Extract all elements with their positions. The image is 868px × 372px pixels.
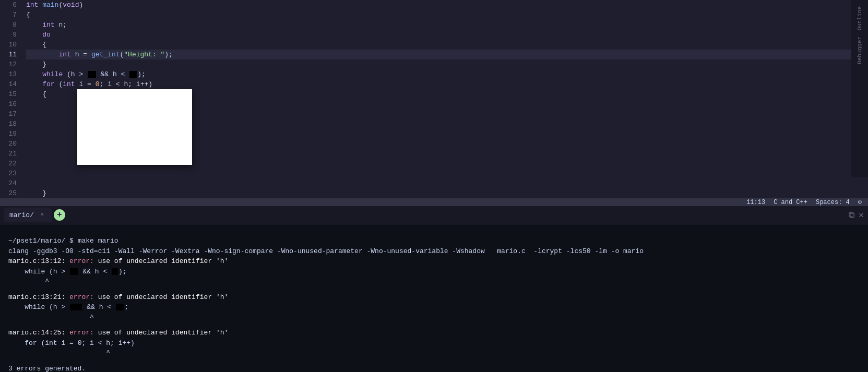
language-indicator[interactable]: C and C++ bbox=[774, 199, 807, 206]
terminal-window-controls: ⧉ ✕ bbox=[849, 210, 864, 220]
add-terminal-button[interactable]: + bbox=[54, 209, 65, 221]
status-bar: 11:13 C and C++ Spaces: 4 ⚙ bbox=[0, 198, 868, 206]
outline-label[interactable]: Outline bbox=[855, 4, 864, 32]
code-line-11: int h = get_int("Height: "); bbox=[26, 50, 868, 59]
code-line-14: for (int i = 0; i < h; i++) bbox=[26, 79, 868, 89]
debugger-label[interactable]: Debugger bbox=[855, 34, 864, 66]
code-line-7: { bbox=[26, 10, 868, 20]
terminal-tab-mario[interactable]: mario/ × bbox=[4, 208, 52, 222]
terminal-container: mario/ × + ⧉ ✕ ~/pset1/mario/ $ make mar… bbox=[0, 206, 868, 372]
terminal-error-2-code: while (h > && h < ; bbox=[8, 302, 860, 313]
terminal-clang-line: clang -ggdb3 -O0 -std=c11 -Wall -Werror … bbox=[8, 246, 860, 257]
terminal-error-3-loc: mario.c:14:25: error: use of undeclared … bbox=[8, 328, 860, 338]
terminal-error-2-loc: mario.c:13:21: error: use of undeclared … bbox=[8, 292, 860, 303]
code-line-10: { bbox=[26, 40, 868, 50]
terminal-blank-4 bbox=[8, 358, 860, 364]
terminal-body[interactable]: ~/pset1/mario/ $ make mario clang -ggdb3… bbox=[0, 224, 868, 372]
autocomplete-popup[interactable] bbox=[77, 89, 192, 165]
terminal-error-1-caret: ^ bbox=[8, 277, 860, 287]
terminal-error-3-code: for (int i = 0; i < h; i++) bbox=[8, 338, 860, 349]
terminal-errors-count: 3 errors generated. bbox=[8, 364, 860, 373]
terminal-tab-bar: mario/ × + ⧉ ✕ bbox=[0, 206, 868, 224]
code-line-23 bbox=[26, 169, 868, 178]
code-line-25: } bbox=[26, 188, 868, 198]
terminal-prompt-line: ~/pset1/mario/ $ make mario bbox=[8, 236, 860, 246]
terminal-error-3-caret: ^ bbox=[8, 348, 860, 358]
spaces-indicator[interactable]: Spaces: 4 bbox=[816, 199, 850, 206]
terminal-error-1-loc: mario.c:13:12: error: use of undeclared … bbox=[8, 256, 860, 267]
gear-icon[interactable]: ⚙ bbox=[858, 198, 862, 206]
code-line-24 bbox=[26, 178, 868, 188]
terminal-error-2-caret: ^ bbox=[8, 313, 860, 323]
terminal-error-1-code: while (h > && h < ); bbox=[8, 267, 860, 277]
terminal-blank-1 bbox=[8, 231, 860, 236]
terminal-blank-3 bbox=[8, 322, 860, 328]
terminal-restore-icon[interactable]: ⧉ bbox=[849, 210, 854, 220]
terminal-blank-2 bbox=[8, 287, 860, 292]
code-line-9: do bbox=[26, 30, 868, 40]
terminal-close-icon[interactable]: ✕ bbox=[859, 210, 864, 220]
right-sidebar: Outline Debugger bbox=[851, 0, 868, 177]
terminal-tab-label: mario/ bbox=[9, 211, 34, 219]
code-content[interactable]: int main(void) { int n; do { int h = get… bbox=[21, 0, 868, 198]
cursor-position: 11:13 bbox=[746, 199, 765, 206]
terminal-tab-close[interactable]: × bbox=[38, 211, 46, 219]
line-numbers: 6 7 8 9 10 11 12 13 14 15 16 17 18 19 20… bbox=[0, 0, 21, 198]
code-line-13: while (h > && h < ); bbox=[26, 69, 868, 79]
code-line-8: int n; bbox=[26, 20, 868, 30]
code-line-12: } bbox=[26, 59, 868, 69]
editor-area: 6 7 8 9 10 11 12 13 14 15 16 17 18 19 20… bbox=[0, 0, 868, 198]
code-line-6: int main(void) bbox=[26, 0, 868, 10]
